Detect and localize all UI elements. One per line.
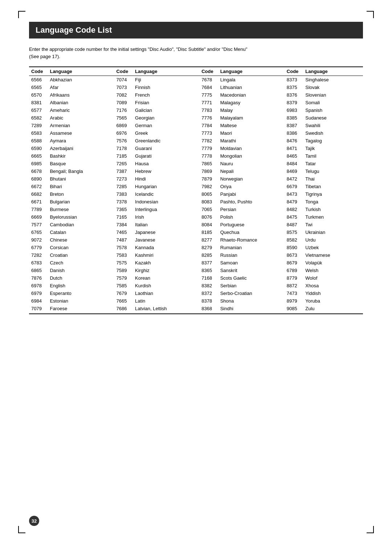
cell-sep-15-1 <box>193 190 200 198</box>
cell-sep-20-0 <box>107 228 114 236</box>
cell-sep-15-2 <box>278 190 285 198</box>
cell-code-11-3: 8484 <box>285 160 303 167</box>
cell-lang-23-1: Kashmiri <box>133 251 193 259</box>
table-row: 6565Afar7073Finnish7684Lithuanian8375Slo… <box>29 84 363 91</box>
cell-code-10-2: 7778 <box>199 152 218 160</box>
cell-lang-2-3: Slovenian <box>303 91 363 99</box>
cell-lang-22-3: Uzbek <box>303 244 363 251</box>
cell-sep-11-0 <box>107 160 114 167</box>
cell-code-10-1: 7185 <box>114 152 133 160</box>
cell-code-4-1: 7176 <box>114 106 133 114</box>
cell-sep-10-0 <box>107 152 114 160</box>
cell-lang-13-0: Bhutani <box>48 175 107 183</box>
cell-lang-7-2: Maori <box>218 129 278 137</box>
table-row: 6985Basque7265Hausa7865Nauru8484Tatar <box>29 160 363 167</box>
cell-code-6-0: 7289 <box>29 122 48 129</box>
cell-code-13-3: 8472 <box>285 175 303 183</box>
cell-code-24-0: 6783 <box>29 259 48 267</box>
cell-lang-11-2: Nauru <box>218 160 278 167</box>
cell-code-22-1: 7578 <box>114 244 133 251</box>
table-row: 6783Czech7575Kazakh8377Samoan8679Volapük <box>29 259 363 267</box>
cell-lang-21-3: Urdu <box>303 236 363 244</box>
cell-lang-25-0: Danish <box>48 267 107 274</box>
cell-lang-19-2: Portuguese <box>218 221 278 228</box>
cell-lang-14-3: Tibetan <box>303 183 363 190</box>
cell-sep-28-2 <box>278 289 285 297</box>
cell-code-7-2: 7773 <box>199 129 218 137</box>
cell-lang-30-0: Faroese <box>48 305 107 314</box>
cell-lang-4-0: Ameharic <box>48 106 107 114</box>
cell-code-14-2: 7982 <box>199 183 218 190</box>
cell-lang-1-2: Lithuanian <box>218 84 278 91</box>
cell-lang-6-2: Maltese <box>218 122 278 129</box>
cell-code-3-3: 8379 <box>285 99 303 106</box>
cell-lang-9-1: Guarani <box>133 145 193 152</box>
cell-code-12-0: 6678 <box>29 167 48 175</box>
cell-lang-8-1: Greenlandic <box>133 137 193 145</box>
cell-code-29-3: 8979 <box>285 297 303 305</box>
cell-sep-19-1 <box>193 221 200 228</box>
cell-code-9-3: 8471 <box>285 145 303 152</box>
cell-code-8-2: 7782 <box>199 137 218 145</box>
cell-code-19-3: 8487 <box>285 221 303 228</box>
cell-code-26-1: 7579 <box>114 274 133 282</box>
cell-sep-8-0 <box>107 137 114 145</box>
cell-code-2-1: 7082 <box>114 91 133 99</box>
cell-sep-14-1 <box>193 183 200 190</box>
table-row: 6671Bulgarian7378Indonesian8083Pashto, P… <box>29 198 363 206</box>
cell-sep-17-0 <box>107 206 114 213</box>
cell-code-15-2: 8065 <box>199 190 218 198</box>
cell-code-8-0: 6588 <box>29 137 48 145</box>
cell-code-15-0: 6682 <box>29 190 48 198</box>
header-code-2: Code <box>114 67 133 76</box>
cell-code-29-2: 8378 <box>199 297 218 305</box>
cell-code-3-2: 7771 <box>199 99 218 106</box>
cell-code-1-2: 7684 <box>199 84 218 91</box>
cell-code-30-1: 7686 <box>114 305 133 314</box>
cell-code-6-3: 8387 <box>285 122 303 129</box>
cell-lang-27-0: English <box>48 282 107 289</box>
cell-code-23-0: 7282 <box>29 251 48 259</box>
cell-lang-4-2: Malay <box>218 106 278 114</box>
table-header: Code Language Code Language Code Languag… <box>29 67 363 76</box>
page-footer: 32 <box>29 516 39 526</box>
cell-code-22-0: 6779 <box>29 244 48 251</box>
cell-sep-29-1 <box>193 297 200 305</box>
table-row: 6779Corsican7578Kannada8279Rumanian8590U… <box>29 244 363 251</box>
cell-sep-14-0 <box>107 183 114 190</box>
header-code-3: Code <box>199 67 218 76</box>
table-row: 6678Bengali; Bangla7387Hebrew7869Nepali8… <box>29 167 363 175</box>
cell-lang-7-1: Greek <box>133 129 193 137</box>
cell-lang-1-1: Finnish <box>133 84 193 91</box>
cell-code-0-3: 8373 <box>285 76 303 84</box>
cell-lang-8-2: Marathi <box>218 137 278 145</box>
cell-sep-2-2 <box>278 91 285 99</box>
cell-sep-18-1 <box>193 213 200 221</box>
table-row: 7282Croatian7583Kashmiri8285Russian8673V… <box>29 251 363 259</box>
table-row: 6588Aymara7576Greenlandic7782Marathi8476… <box>29 137 363 145</box>
table-row: 9072Chinese7487Javanese8277Rhaeto-Romanc… <box>29 236 363 244</box>
cell-sep-5-0 <box>107 114 114 122</box>
cell-code-1-0: 6565 <box>29 84 48 91</box>
cell-lang-12-1: Hebrew <box>133 167 193 175</box>
cell-lang-1-3: Slovak <box>303 84 363 91</box>
cell-sep-3-1 <box>193 99 200 106</box>
cell-code-11-2: 7865 <box>199 160 218 167</box>
cell-code-22-2: 8279 <box>199 244 218 251</box>
cell-sep-28-0 <box>107 289 114 297</box>
cell-code-7-0: 6583 <box>29 129 48 137</box>
col-sep-3 <box>278 67 285 76</box>
cell-sep-16-2 <box>278 198 285 206</box>
header-code-1: Code <box>29 67 48 76</box>
cell-sep-3-2 <box>278 99 285 106</box>
cell-sep-23-1 <box>193 251 200 259</box>
cell-sep-27-2 <box>278 282 285 289</box>
corner-mark-tr <box>367 11 374 18</box>
cell-sep-6-1 <box>193 122 200 129</box>
table-row: 6979Esperanto7679Laothian8372Serbo-Croat… <box>29 289 363 297</box>
cell-lang-19-0: Cambodian <box>48 221 107 228</box>
cell-sep-25-1 <box>193 267 200 274</box>
table-row: 7079Faroese7686Latvian, Lettish8368Sindh… <box>29 305 363 314</box>
table-row: 6669Byelorussian7165Irish8076Polish8475T… <box>29 213 363 221</box>
cell-lang-29-3: Yoruba <box>303 297 363 305</box>
